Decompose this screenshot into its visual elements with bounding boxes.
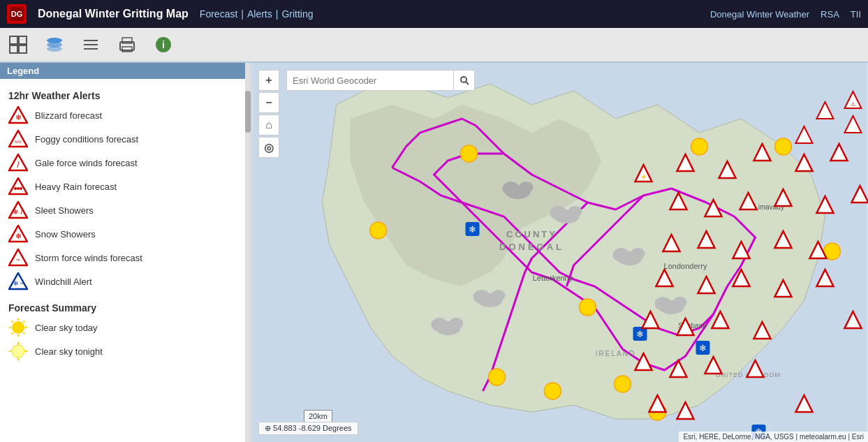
windchill-label: Windchill Alert [35, 277, 92, 287]
home-button[interactable]: ⌂ [258, 115, 279, 135]
svg-text:Letterkenny: Letterkenny [533, 274, 573, 282]
svg-text:IRELAND: IRELAND [596, 350, 635, 358]
map-attribution: Esri, HERE, DeLorme, NGA, USGS | meteoal… [679, 432, 868, 442]
svg-point-83 [655, 297, 672, 311]
svg-rect-2 [10, 36, 17, 44]
svg-point-72 [520, 182, 534, 193]
svg-point-60 [461, 145, 478, 162]
storm-icon: ~ [8, 248, 28, 267]
svg-point-69 [545, 383, 561, 399]
svg-marker-27 [9, 202, 27, 218]
foggy-label: Foggy conditions forecast [35, 134, 138, 145]
svg-line-137 [466, 82, 469, 84]
blizzard-icon: ❄ [8, 105, 28, 125]
sidebar: Legend 12hr Weather Alerts ❄ Blizzard fo… [0, 63, 251, 442]
svg-point-64 [489, 369, 506, 385]
svg-point-63 [580, 299, 596, 316]
svg-point-65 [615, 376, 631, 392]
app-logo: DG [7, 4, 27, 24]
svg-point-81 [631, 248, 645, 259]
header: DG Donegal Winter Gritting Map Forecast … [0, 0, 868, 28]
sleet-icon: ❄ / [8, 200, 28, 220]
svg-text:⚠: ⚠ [851, 101, 855, 108]
blizzard-label: Blizzard forecast [35, 110, 102, 121]
svg-text:❄: ❄ [636, 329, 644, 339]
header-right-links: Donegal Winter Weather RSA TII [710, 9, 861, 20]
app-title: Donegal Winter Gritting Map [38, 8, 189, 20]
svg-line-44 [12, 333, 13, 334]
legend-clear-today: Clear sky today [8, 318, 242, 337]
svg-text:/: / [17, 159, 20, 170]
map-container[interactable]: COUNTY DONEGAL Letterkenny Londonderry S… [251, 63, 868, 442]
main-layout: Legend 12hr Weather Alerts ❄ Blizzard fo… [0, 63, 868, 442]
header-link-rsa[interactable]: RSA [821, 9, 839, 20]
info-icon[interactable]: i [152, 34, 175, 56]
svg-text:⚡: ⚡ [640, 173, 647, 180]
header-link-weather[interactable]: Donegal Winter Weather [710, 9, 809, 20]
svg-line-45 [24, 321, 25, 323]
legend-windchill: ❄ ~ Windchill Alert [8, 272, 242, 291]
coordinates-text: ⊕ [265, 424, 271, 432]
list-icon[interactable] [80, 34, 102, 56]
svg-point-46 [12, 345, 24, 358]
map-svg: COUNTY DONEGAL Letterkenny Londonderry S… [251, 63, 868, 442]
search-bar [286, 70, 475, 91]
sidebar-scrollbar[interactable] [245, 63, 251, 442]
heavy-rain-label: Heavy Rain forecast [35, 182, 117, 192]
legend-heavy-rain: Heavy Rain forecast [8, 177, 242, 196]
legend-storm: ~ Storm force winds forecast [8, 248, 242, 267]
svg-point-87 [450, 318, 464, 329]
svg-text:❄: ❄ [699, 343, 707, 353]
legend-foggy: ≈≈ Foggy conditions forecast [8, 129, 242, 149]
zoom-out-button[interactable]: − [258, 92, 279, 113]
nav-alerts[interactable]: Alerts [247, 8, 272, 20]
svg-text:~: ~ [16, 256, 20, 264]
svg-point-77 [550, 206, 567, 220]
svg-point-8 [47, 38, 62, 43]
svg-point-71 [503, 182, 520, 196]
scale-bar: 20km [304, 410, 332, 422]
legend-snow: ❄ Snow Showers [8, 224, 242, 244]
svg-rect-3 [19, 36, 27, 44]
layers-icon[interactable] [43, 34, 66, 56]
windchill-icon: ❄ ~ [8, 272, 28, 291]
coordinates-value: 54.883 -8.629 Degrees [273, 424, 352, 432]
search-button[interactable] [454, 70, 475, 91]
svg-point-24 [14, 187, 17, 190]
scrollbar-thumb[interactable] [245, 91, 251, 133]
svg-point-78 [568, 206, 582, 217]
gale-label: Gale force winds forecast [35, 158, 138, 168]
svg-point-26 [20, 187, 22, 190]
clear-tonight-label: Clear sky tonight [35, 346, 103, 357]
nav-forecast[interactable]: Forecast [200, 8, 237, 20]
svg-text:Londonderry: Londonderry [664, 262, 707, 270]
search-input[interactable] [286, 70, 454, 91]
legend-blizzard: ❄ Blizzard forecast [8, 105, 242, 125]
storm-label: Storm force winds forecast [35, 253, 142, 263]
clear-today-icon [8, 318, 28, 337]
coordinates-display: ⊕ 54.883 -8.629 Degrees [258, 422, 358, 435]
snow-label: Snow Showers [35, 229, 96, 240]
locate-button[interactable]: ◎ [258, 137, 279, 158]
sleet-label: Sleet Showers [35, 205, 94, 216]
svg-point-75 [492, 290, 506, 301]
svg-text:≈≈: ≈≈ [15, 138, 22, 145]
svg-point-66 [775, 138, 792, 155]
legend-content: 12hr Weather Alerts ❄ Blizzard forecast … [0, 79, 251, 371]
svg-text:❄: ❄ [15, 113, 22, 121]
svg-text:❄: ❄ [13, 280, 19, 287]
nav-gritting[interactable]: Gritting [281, 8, 313, 20]
grid-icon[interactable] [7, 34, 29, 56]
toolbar: i [0, 28, 868, 63]
svg-text:/: / [21, 208, 23, 216]
print-icon[interactable] [116, 34, 138, 56]
svg-line-43 [24, 333, 25, 334]
svg-text:DONEGAL: DONEGAL [499, 242, 564, 252]
alerts-section-title: 12hr Weather Alerts [8, 90, 242, 101]
svg-text:DG: DG [11, 10, 23, 18]
header-link-tii[interactable]: TII [851, 9, 861, 20]
svg-point-86 [432, 318, 448, 332]
gale-icon: / [8, 153, 28, 172]
zoom-in-button[interactable]: + [258, 70, 279, 91]
forecast-section-title: Forecast Summary [8, 302, 242, 314]
